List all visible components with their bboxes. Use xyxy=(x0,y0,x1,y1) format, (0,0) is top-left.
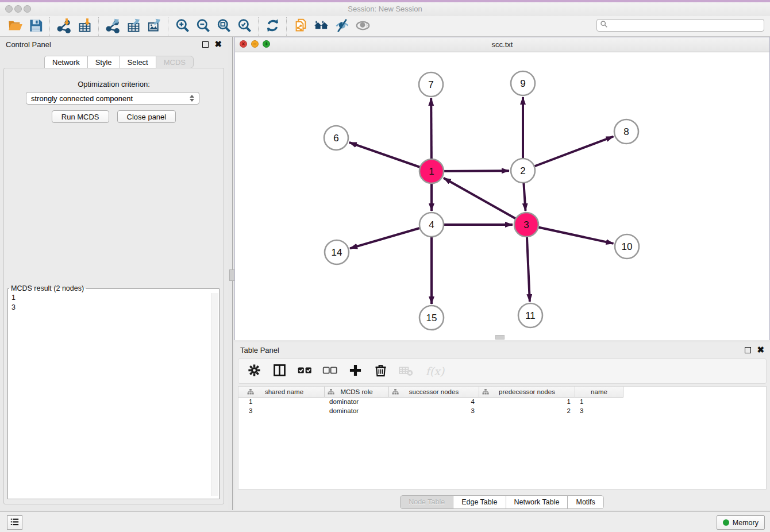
network-view-window: × − + scc.txt 7968124314101511 xyxy=(234,37,770,340)
cell[interactable]: 1 xyxy=(575,398,623,407)
float-panel-icon[interactable] xyxy=(202,41,209,48)
create-column-button[interactable] xyxy=(346,363,364,380)
float-table-panel-icon[interactable] xyxy=(745,347,751,353)
zoom-selected-button[interactable] xyxy=(234,17,255,36)
graph-edge-1-6[interactable] xyxy=(349,142,432,171)
graph-node-3[interactable]: 3 xyxy=(514,213,538,237)
cell[interactable]: 4 xyxy=(389,398,479,407)
cell[interactable]: 1 xyxy=(479,398,575,407)
tab-network-table[interactable]: Network Table xyxy=(506,495,568,509)
tab-edge-table[interactable]: Edge Table xyxy=(453,495,506,509)
unselect-all-columns-icon xyxy=(322,363,338,380)
select-all-columns-icon xyxy=(297,363,313,380)
export-network-button[interactable] xyxy=(102,17,123,36)
memory-button[interactable]: Memory xyxy=(717,515,765,530)
close-table-panel-icon[interactable]: ✖ xyxy=(757,347,764,353)
table-panel-tabs: Node TableEdge TableNetwork TableMotifs xyxy=(234,495,770,509)
graph-node-7[interactable]: 7 xyxy=(419,72,443,97)
table-settings-button[interactable] xyxy=(245,363,263,380)
select-all-columns-button[interactable] xyxy=(296,363,313,380)
delete-columns-icon xyxy=(373,363,388,380)
first-neighbors-button[interactable] xyxy=(311,17,332,36)
tab-style[interactable]: Style xyxy=(87,56,120,68)
delete-table-button[interactable] xyxy=(397,363,414,380)
tab-motifs[interactable]: Motifs xyxy=(567,495,603,509)
control-panel: Control Panel ✖ NetworkStyleSelectMCDS O… xyxy=(0,37,228,510)
export-table-button[interactable] xyxy=(123,17,144,36)
search-input[interactable] xyxy=(608,20,764,30)
zoom-in-button[interactable] xyxy=(172,17,192,36)
graph-node-4[interactable]: 4 xyxy=(419,213,444,237)
delete-columns-button[interactable] xyxy=(372,363,389,380)
close-panel-button[interactable]: Close panel xyxy=(117,110,176,123)
hide-graphics-details-button[interactable] xyxy=(332,17,352,36)
dropdown-stepper-icon xyxy=(190,95,194,102)
cell[interactable]: 2 xyxy=(479,407,575,416)
network-canvas[interactable]: 7968124314101511 xyxy=(235,52,769,340)
node-label: 14 xyxy=(332,247,342,258)
zoom-out-button[interactable] xyxy=(192,17,213,36)
column-header-successor-nodes[interactable]: successor nodes xyxy=(389,387,479,398)
graph-node-15[interactable]: 15 xyxy=(419,306,444,330)
tab-node-table[interactable]: Node Table xyxy=(400,495,453,509)
cell[interactable]: 1 xyxy=(244,398,325,407)
close-panel-icon[interactable]: ✖ xyxy=(214,41,222,47)
table-row[interactable]: 3dominator323 xyxy=(238,407,766,416)
tab-mcds[interactable]: MCDS xyxy=(156,56,194,68)
graph-edge-2-8[interactable] xyxy=(523,137,614,171)
cell[interactable]: 3 xyxy=(575,407,623,416)
show-graphics-details-icon xyxy=(355,18,371,35)
table-header-row: shared nameMCDS rolesuccessor nodesprede… xyxy=(238,387,766,398)
column-tree-icon xyxy=(392,389,399,396)
graph-node-14[interactable]: 14 xyxy=(325,240,349,264)
graph-node-2[interactable]: 2 xyxy=(511,159,535,183)
optimization-criterion-label: Optimization criterion: xyxy=(4,80,224,88)
column-header-MCDS-role[interactable]: MCDS role xyxy=(325,387,389,398)
graph-node-10[interactable]: 10 xyxy=(615,234,639,259)
function-builder-button[interactable]: f(x) xyxy=(422,363,448,380)
unselect-all-columns-button[interactable] xyxy=(321,363,338,380)
search-field[interactable] xyxy=(596,19,764,32)
tab-select[interactable]: Select xyxy=(120,56,156,68)
graph-node-1[interactable]: 1 xyxy=(419,159,444,183)
save-session-button[interactable] xyxy=(25,17,46,36)
export-image-button[interactable] xyxy=(144,17,164,36)
network-from-selection-button[interactable] xyxy=(290,17,311,36)
tab-network[interactable]: Network xyxy=(44,56,88,68)
column-header-name[interactable]: name xyxy=(575,387,623,398)
graph-node-9[interactable]: 9 xyxy=(511,71,535,95)
network-window-titlebar[interactable]: × − + scc.txt xyxy=(235,37,769,52)
refresh-view-button[interactable] xyxy=(262,17,283,36)
network-resize-grip[interactable] xyxy=(495,335,505,340)
graph-node-8[interactable]: 8 xyxy=(614,119,638,144)
graph-node-6[interactable]: 6 xyxy=(324,126,348,150)
graph-node-11[interactable]: 11 xyxy=(518,303,542,327)
task-history-button[interactable] xyxy=(7,515,22,530)
cell[interactable]: 3 xyxy=(244,407,325,416)
control-panel-title: Control Panel xyxy=(6,40,51,49)
import-table-button[interactable] xyxy=(74,17,95,36)
cell[interactable]: dominator xyxy=(325,407,389,416)
delete-table-icon xyxy=(398,363,414,380)
criterion-dropdown[interactable]: strongly connected component xyxy=(26,92,199,105)
first-neighbors-icon xyxy=(314,18,329,35)
graph-edge-3-10[interactable] xyxy=(526,225,614,244)
result-scrollbar[interactable] xyxy=(211,293,218,496)
column-header-shared-name[interactable]: shared name xyxy=(244,387,325,398)
toolbar-separator xyxy=(286,17,287,36)
show-graphics-details-button[interactable] xyxy=(352,17,373,36)
main-toolbar xyxy=(0,16,770,37)
cell[interactable]: 3 xyxy=(389,407,479,416)
cell[interactable]: dominator xyxy=(325,398,389,407)
open-session-button[interactable] xyxy=(5,17,25,36)
column-header-predecessor-nodes[interactable]: predecessor nodes xyxy=(479,387,575,398)
import-network-button[interactable] xyxy=(53,17,74,36)
vertical-splitter[interactable] xyxy=(228,37,234,510)
table-row[interactable]: 1dominator411 xyxy=(238,398,766,407)
run-mcds-button[interactable]: Run MCDS xyxy=(52,110,109,123)
mcds-result-text[interactable]: 1 3 xyxy=(9,292,211,495)
show-columns-button[interactable] xyxy=(271,363,288,380)
zoom-fit-button[interactable] xyxy=(213,17,234,36)
graph-edge-3-1[interactable] xyxy=(444,178,526,225)
window-titlebar[interactable]: Session: New Session xyxy=(0,2,770,16)
